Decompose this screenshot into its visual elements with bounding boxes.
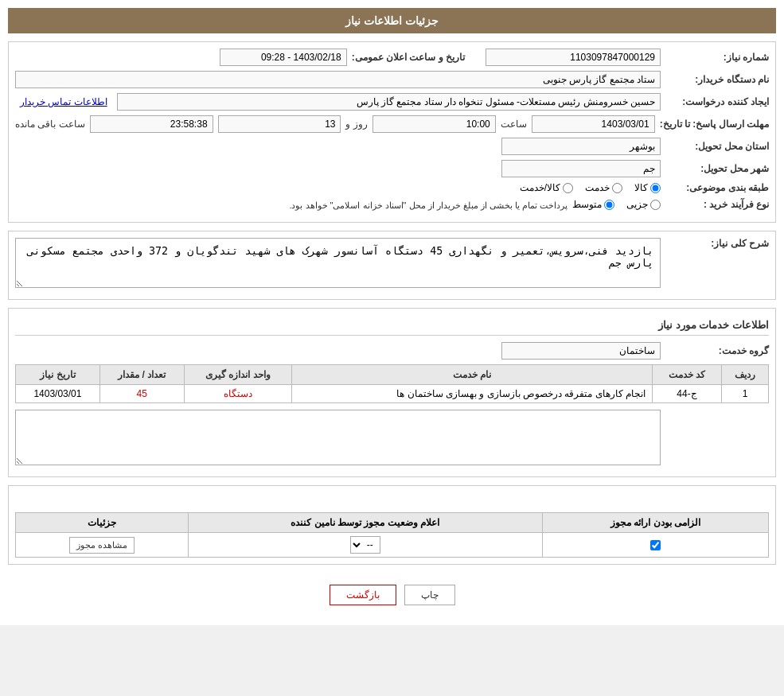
type-radio-small[interactable]: [650, 200, 661, 210]
need-desc-label: شرح کلی نیاز:: [665, 238, 769, 249]
cell-name: انجام کارهای متفرقه درخصوص بازسازی و بهس…: [292, 385, 653, 403]
city-label: شهر محل تحویل:: [665, 163, 769, 174]
perm-col-status: اعلام وضعیت مجوز توسط نامین کننده: [188, 513, 542, 533]
type-radio-medium[interactable]: [604, 200, 614, 210]
perm-required-cell: [542, 533, 768, 558]
buyer-org-label: نام دستگاه خریدار:: [665, 74, 769, 85]
need-desc-value[interactable]: بازدید فنی،سرویس،تعمیر و نگهداری 45 دستگ…: [15, 238, 661, 288]
cell-quantity: 45: [99, 385, 184, 403]
category-label: طبقه بندی موضوعی:: [665, 182, 769, 193]
type-group: جزیی متوسط: [572, 199, 661, 210]
type-small-label: جزیی: [626, 199, 648, 210]
back-button[interactable]: بازگشت: [330, 585, 396, 605]
send-date-value: 1403/03/01: [532, 115, 655, 133]
cell-unit: دستگاه: [184, 385, 292, 403]
category-radio-goods[interactable]: [650, 183, 661, 193]
send-day-label: روز و: [345, 119, 367, 130]
perm-col-detail: جزئیات: [16, 513, 189, 533]
view-permit-button[interactable]: مشاهده مجوز: [69, 537, 135, 554]
remaining-value: 23:58:38: [90, 115, 213, 133]
buyer-notes-value[interactable]: [15, 410, 661, 465]
col-row: ردیف: [721, 365, 768, 385]
cell-date: 1403/03/01: [16, 385, 100, 403]
perm-col-required: الزامی بودن ارائه مجوز: [542, 513, 768, 533]
send-date-label: مهلت ارسال پاسخ: تا تاریخ:: [660, 119, 769, 130]
print-button[interactable]: چاپ: [404, 585, 455, 605]
col-quantity: تعداد / مقدار: [99, 365, 184, 385]
cell-row: 1: [721, 385, 768, 403]
province-label: استان محل تحویل:: [665, 141, 769, 152]
announce-label: تاریخ و ساعت اعلان عمومی:: [352, 52, 465, 63]
creator-label: ایجاد کننده درخواست:: [665, 96, 769, 107]
remaining-label: ساعت باقی مانده: [15, 119, 85, 130]
services-table: ردیف کد خدمت نام خدمت واحد اندازه گیری ت…: [15, 364, 769, 403]
perm-status-cell: --: [188, 533, 542, 558]
category-both-label: کالا/خدمت: [520, 182, 560, 193]
permissions-link[interactable]: [15, 492, 769, 500]
send-day-value: 13: [218, 115, 341, 133]
send-time-label: ساعت: [501, 119, 527, 130]
buyer-org-value: ستاد مجتمع گاز پارس جنوبی: [15, 71, 661, 88]
col-unit: واحد اندازه گیری: [184, 365, 292, 385]
table-row: 1 ج-44 انجام کارهای متفرقه درخصوص بازساز…: [16, 385, 769, 403]
buttons-row: چاپ بازگشت: [8, 573, 776, 617]
col-code: کد خدمت: [652, 365, 721, 385]
need-number-label: شماره نیاز:: [665, 52, 769, 63]
send-time-value: 10:00: [372, 115, 496, 133]
perm-detail-cell: مشاهده مجوز: [16, 533, 189, 558]
permissions-table: الزامی بودن ارائه مجوز اعلام وضعیت مجوز …: [15, 512, 769, 558]
list-item: -- مشاهده مجوز: [16, 533, 769, 558]
services-title: اطلاعات خدمات مورد نیاز: [15, 315, 769, 336]
category-goods-label: کالا: [634, 182, 648, 193]
category-radio-group: کالا خدمت کالا/خدمت: [520, 182, 661, 193]
purchase-note: پرداخت تمام یا بخشی از مبلغ خریدار از مح…: [289, 200, 568, 211]
creator-name: حسین خسرومنش رئیس مستعلات- مسئول تنخواه …: [117, 93, 661, 111]
category-service-label: خدمت: [585, 182, 610, 193]
perm-required-checkbox[interactable]: [650, 540, 661, 550]
page-title: جزئیات اطلاعات نیاز: [8, 8, 776, 33]
province-value: بوشهر: [501, 138, 661, 155]
category-radio-both[interactable]: [563, 183, 573, 193]
creator-contact-link[interactable]: اطلاعات تماس خریدار: [15, 96, 112, 107]
service-group-label: گروه خدمت:: [665, 345, 769, 356]
need-number-value: 1103097847000129: [486, 49, 661, 66]
type-medium-label: متوسط: [572, 199, 602, 210]
announce-value: 1403/02/18 - 09:28: [220, 49, 347, 66]
cell-code: ج-44: [652, 385, 721, 403]
category-radio-service[interactable]: [612, 183, 622, 193]
service-group-value: ساختمان: [501, 342, 661, 360]
type-label: نوع فرآیند خرید :: [665, 199, 769, 210]
col-name: نام خدمت: [292, 365, 653, 385]
perm-status-select[interactable]: --: [350, 536, 380, 554]
city-value: جم: [501, 160, 661, 177]
col-date: تاریخ نیاز: [16, 365, 100, 385]
